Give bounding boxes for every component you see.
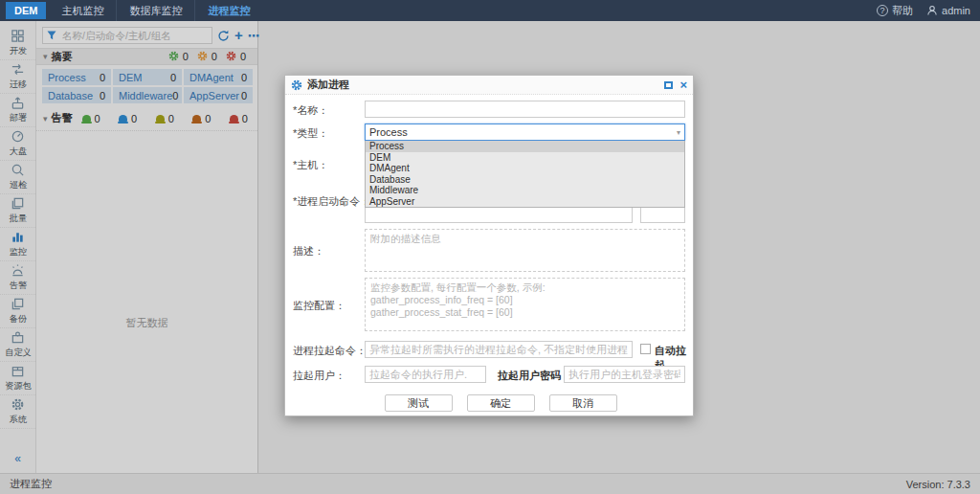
pullup-password-input[interactable] — [564, 366, 685, 383]
type-select-value: Process — [369, 126, 408, 138]
close-icon[interactable]: × — [679, 79, 687, 91]
username: admin — [942, 5, 970, 16]
type-option-database[interactable]: Database — [366, 174, 684, 186]
cancel-button[interactable]: 取消 — [549, 394, 617, 412]
tab-database-monitor[interactable]: 数据库监控 — [116, 0, 194, 21]
ok-button[interactable]: 确定 — [467, 394, 535, 412]
start-command-label: *进程启动命令： — [293, 194, 370, 209]
help-icon: ? — [877, 5, 888, 16]
pullup-password-label: 拉起用户密码： — [498, 369, 571, 383]
chevron-down-icon: ▾ — [677, 128, 680, 137]
start-command-extra-input[interactable] — [640, 206, 685, 223]
pullup-command-label: 进程拉起命令： — [293, 344, 367, 358]
topbar: DEM 主机监控 数据库监控 进程监控 ? 帮助 admin — [0, 0, 980, 21]
type-option-middleware[interactable]: Middleware — [366, 185, 684, 196]
dialog-buttons: 测试 确定 取消 — [308, 394, 693, 412]
tab-host-monitor[interactable]: 主机监控 — [49, 0, 116, 21]
type-option-dmagent[interactable]: DMAgent — [366, 163, 684, 174]
help-label: 帮助 — [892, 4, 913, 18]
tab-process-monitor[interactable]: 进程监控 — [194, 0, 262, 21]
type-option-appserver[interactable]: AppServer — [366, 196, 684, 208]
test-button[interactable]: 测试 — [385, 394, 453, 412]
name-input[interactable] — [365, 101, 685, 118]
main-tabs: 主机监控 数据库监控 进程监控 — [49, 0, 262, 21]
pullup-user-label: 拉起用户： — [293, 369, 345, 383]
user-icon — [926, 5, 938, 16]
user-menu[interactable]: admin — [926, 5, 970, 16]
type-label: *类型： — [293, 126, 328, 141]
dialog-title: 添加进程 — [307, 78, 349, 92]
auto-pullup-checkbox[interactable] — [640, 344, 651, 354]
pullup-command-input[interactable] — [365, 341, 633, 358]
type-select[interactable]: Process ▾ — [365, 124, 685, 141]
app-logo: DEM — [6, 2, 46, 19]
type-dropdown-list: Process DEM DMAgent Database Middleware … — [365, 141, 685, 208]
topbar-right: ? 帮助 admin — [877, 0, 980, 21]
type-option-process[interactable]: Process — [366, 141, 684, 152]
start-command-input[interactable] — [365, 206, 633, 223]
monitor-config-label: 监控配置： — [293, 299, 345, 313]
description-label: 描述： — [293, 244, 324, 258]
pullup-user-input[interactable] — [365, 366, 486, 383]
help-button[interactable]: ? 帮助 — [877, 4, 913, 18]
add-process-dialog: 添加进程 × *名称： *类型： Process ▾ *主机： *进程启动命令：… — [284, 75, 694, 416]
maximize-icon[interactable] — [664, 81, 673, 89]
description-textarea[interactable] — [365, 229, 685, 272]
name-label: *名称： — [293, 103, 328, 118]
dialog-header: 添加进程 × — [285, 76, 693, 95]
dialog-window-buttons: × — [664, 79, 687, 91]
host-label: *主机： — [293, 158, 328, 172]
type-option-dem[interactable]: DEM — [366, 152, 684, 164]
process-gear-icon — [291, 79, 302, 91]
monitor-config-textarea[interactable] — [365, 278, 685, 331]
app-window: DEM 主机监控 数据库监控 进程监控 ? 帮助 admin 开发 — [0, 0, 980, 494]
